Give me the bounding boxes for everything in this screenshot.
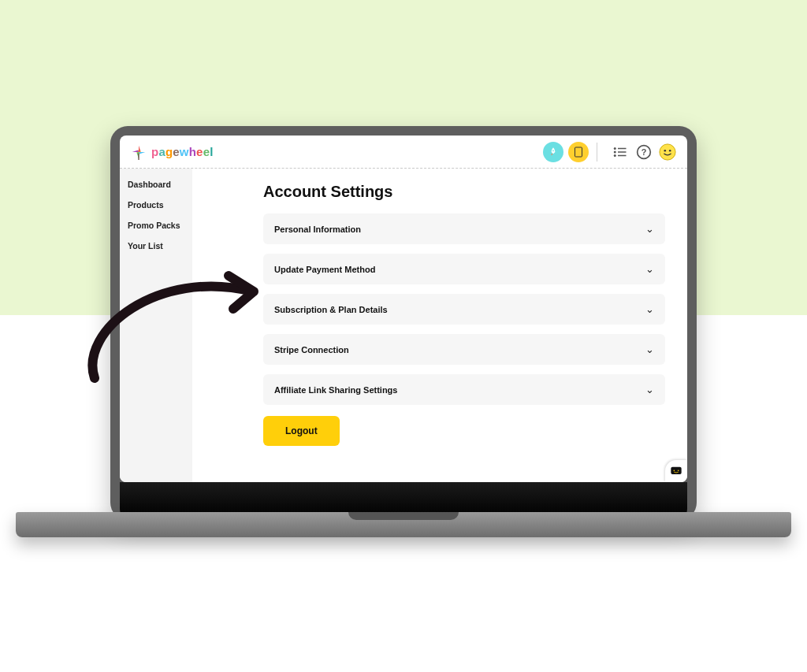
accordion-affiliate-link-sharing[interactable]: Affiliate Link Sharing Settings ⌄ bbox=[263, 374, 665, 405]
sidebar: Dashboard Products Promo Packs Your List bbox=[120, 169, 192, 482]
accordion-subscription-plan-details[interactable]: Subscription & Plan Details ⌄ bbox=[263, 294, 665, 325]
help-icon: ? bbox=[636, 144, 652, 160]
svg-point-13 bbox=[664, 149, 667, 151]
svg-rect-3 bbox=[575, 147, 582, 157]
list-button[interactable] bbox=[612, 143, 629, 161]
pinwheel-icon bbox=[131, 144, 147, 160]
chevron-down-icon: ⌄ bbox=[645, 303, 654, 315]
logout-button[interactable]: Logout bbox=[263, 416, 340, 446]
rocket-icon bbox=[548, 147, 559, 158]
laptop-notch bbox=[348, 512, 459, 520]
topbar-divider bbox=[597, 143, 597, 162]
svg-point-2 bbox=[552, 150, 554, 151]
page-title: Account Settings bbox=[263, 183, 665, 201]
profile-smiley-button[interactable] bbox=[659, 143, 676, 161]
laptop-base bbox=[16, 512, 791, 537]
brand-logo[interactable]: pagewheel bbox=[131, 144, 214, 160]
svg-text:?: ? bbox=[642, 147, 647, 157]
accordion-update-payment-method[interactable]: Update Payment Method ⌄ bbox=[263, 254, 665, 284]
svg-point-4 bbox=[614, 147, 616, 150]
svg-point-6 bbox=[614, 150, 616, 153]
accordion-stripe-connection[interactable]: Stripe Connection ⌄ bbox=[263, 334, 665, 365]
accordion-personal-information[interactable]: Personal Information ⌄ bbox=[263, 213, 665, 244]
svg-rect-15 bbox=[671, 467, 681, 474]
chevron-down-icon: ⌄ bbox=[645, 223, 654, 235]
list-icon bbox=[613, 147, 627, 158]
chat-icon bbox=[670, 465, 682, 477]
svg-rect-5 bbox=[618, 147, 627, 149]
svg-point-14 bbox=[669, 149, 671, 151]
accordion-label: Affiliate Link Sharing Settings bbox=[274, 385, 397, 395]
document-icon bbox=[574, 147, 583, 158]
smiley-icon bbox=[659, 143, 676, 161]
accordion-label: Personal Information bbox=[274, 225, 361, 234]
svg-rect-7 bbox=[618, 151, 627, 153]
brand-text: pagewheel bbox=[151, 145, 214, 159]
sidebar-item-dashboard[interactable]: Dashboard bbox=[128, 180, 184, 189]
chat-widget[interactable] bbox=[665, 460, 687, 482]
accordion-label: Update Payment Method bbox=[274, 265, 375, 274]
accordion-label: Stripe Connection bbox=[274, 345, 349, 355]
main-content: Account Settings Personal Information ⌄ … bbox=[192, 169, 687, 482]
help-button[interactable]: ? bbox=[635, 143, 653, 161]
sidebar-item-promo-packs[interactable]: Promo Packs bbox=[128, 221, 184, 230]
svg-point-12 bbox=[660, 143, 675, 159]
svg-point-17 bbox=[678, 470, 679, 472]
settings-accordion: Personal Information ⌄ Update Payment Me… bbox=[263, 213, 665, 405]
chevron-down-icon: ⌄ bbox=[645, 384, 654, 395]
sidebar-item-your-list[interactable]: Your List bbox=[128, 241, 184, 251]
app-body: Dashboard Products Promo Packs Your List… bbox=[120, 169, 687, 482]
svg-point-16 bbox=[674, 470, 675, 472]
svg-point-8 bbox=[614, 154, 616, 157]
rocket-button[interactable] bbox=[543, 142, 563, 162]
app-screen: pagewheel bbox=[120, 136, 687, 482]
topbar: pagewheel bbox=[120, 136, 687, 169]
laptop-frame: pagewheel bbox=[110, 126, 697, 520]
chevron-down-icon: ⌄ bbox=[645, 263, 654, 275]
sidebar-item-products[interactable]: Products bbox=[128, 200, 184, 210]
chevron-down-icon: ⌄ bbox=[645, 343, 654, 355]
document-button[interactable] bbox=[568, 142, 589, 162]
svg-rect-9 bbox=[618, 154, 627, 156]
accordion-label: Subscription & Plan Details bbox=[274, 305, 388, 314]
